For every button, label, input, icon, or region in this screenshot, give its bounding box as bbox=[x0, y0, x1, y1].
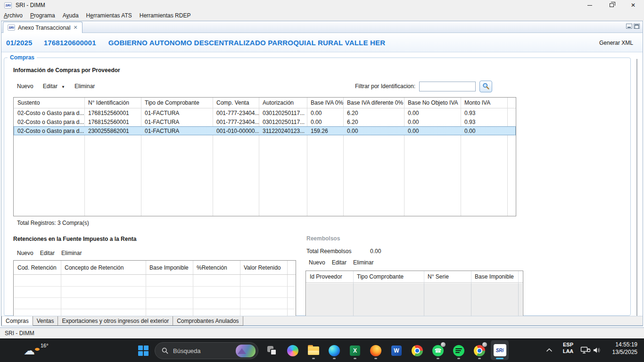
network-icon bbox=[580, 346, 591, 354]
minimize-icon bbox=[587, 5, 592, 6]
ruc-label: 1768120600001 bbox=[44, 39, 96, 47]
col-identificacion[interactable]: N° Identificación bbox=[84, 99, 141, 106]
col-monto-iva[interactable]: Monto IVA bbox=[461, 99, 507, 106]
filter-area: Filtrar por Identificacion: bbox=[355, 80, 492, 93]
tab-compras[interactable]: Compras bbox=[1, 316, 33, 326]
retenciones-nuevo-button[interactable]: Nuevo bbox=[17, 250, 33, 256]
reembolsos-title: Reembolsos bbox=[306, 235, 340, 242]
file-explorer-button[interactable] bbox=[304, 341, 323, 360]
start-button[interactable] bbox=[138, 346, 149, 356]
sun-icon bbox=[35, 348, 40, 351]
retenciones-eliminar-button[interactable]: Eliminar bbox=[61, 250, 82, 256]
word-icon bbox=[391, 346, 402, 356]
status-text: SRI - DIMM bbox=[5, 330, 34, 337]
copilot-button[interactable] bbox=[283, 341, 302, 360]
search-placeholder: Búsqueda bbox=[173, 347, 231, 354]
retenciones-editar-button[interactable]: Editar bbox=[40, 250, 55, 256]
table-row-selected[interactable]: 02-Costo o Gasto para d...2300255862001 … bbox=[14, 126, 516, 135]
tab-close-icon[interactable]: ✕ bbox=[73, 25, 77, 30]
vertical-scrollbar[interactable] bbox=[636, 59, 637, 316]
running-indicator bbox=[478, 358, 481, 359]
col-base-imponible-r[interactable]: Base Imponible bbox=[471, 273, 518, 280]
col-base-no-objeto[interactable]: Base No Objeto IVA bbox=[404, 99, 461, 106]
menu-herramientas-rdep[interactable]: Herramientas RDEP bbox=[136, 12, 195, 19]
restore-button[interactable] bbox=[601, 0, 622, 10]
tab-comprobantes-anulados[interactable]: Comprobantes Anulados bbox=[173, 316, 243, 326]
view-minimize-button[interactable] bbox=[626, 24, 632, 29]
col-concepto[interactable]: Concepto de Retención bbox=[61, 264, 146, 271]
search-icon bbox=[162, 347, 168, 354]
tab-exportaciones[interactable]: Exportaciones y otros ingresos del exter… bbox=[58, 316, 173, 326]
lang-line2: LAA bbox=[559, 348, 577, 354]
chrome-profile-button[interactable] bbox=[470, 341, 489, 360]
excel-button[interactable] bbox=[346, 341, 364, 360]
compras-eliminar-button[interactable]: Eliminar bbox=[74, 83, 95, 90]
clock-tray[interactable]: 14:55:19 13/5/2025 bbox=[612, 341, 637, 356]
taskbar-search[interactable]: Búsqueda bbox=[155, 342, 258, 359]
generar-xml-button[interactable]: Generar XML bbox=[599, 33, 633, 52]
tray-chevron-button[interactable] bbox=[546, 347, 553, 354]
compras-table: Sustento N° Identificación Tipo de Compr… bbox=[13, 97, 516, 216]
filter-label: Filtrar por Identificacion: bbox=[355, 83, 415, 90]
close-button[interactable]: ✕ bbox=[622, 0, 644, 10]
compras-editar-button[interactable]: Editar▼ bbox=[43, 83, 65, 90]
firefox-button[interactable] bbox=[366, 341, 385, 360]
cloud-icon bbox=[24, 344, 35, 357]
col-tipo-comprobante-r[interactable]: Tipo Comprobante bbox=[353, 273, 424, 280]
table-row[interactable]: 02-Costo o Gasto para d...1768152560001 … bbox=[14, 117, 516, 126]
col-tipo-comprobante[interactable]: Tipo de Comprobante bbox=[141, 99, 213, 106]
col-sustento[interactable]: Sustento bbox=[14, 99, 84, 106]
compras-nuevo-button[interactable]: Nuevo bbox=[17, 83, 33, 90]
speaker-icon bbox=[593, 346, 602, 354]
task-view-button[interactable] bbox=[263, 341, 281, 360]
restore-icon bbox=[610, 3, 614, 7]
filter-search-button[interactable] bbox=[479, 81, 492, 92]
spotify-button[interactable] bbox=[449, 341, 468, 360]
tab-ventas[interactable]: Ventas bbox=[33, 316, 58, 326]
menu-archivo[interactable]: Archivo bbox=[4, 12, 26, 19]
col-cod-retencion[interactable]: Cod. Retención bbox=[14, 264, 61, 271]
filter-input[interactable] bbox=[419, 82, 476, 91]
menu-herramientas-ats[interactable]: Herramientas ATS bbox=[83, 12, 136, 19]
view-maximize-button[interactable] bbox=[634, 24, 640, 29]
reembolsos-editar-button[interactable]: Editar bbox=[332, 259, 347, 266]
col-comp-venta[interactable]: Comp. Venta bbox=[213, 99, 259, 106]
menu-programa[interactable]: Programa bbox=[26, 12, 59, 19]
col-base-iva-0[interactable]: Base IVA 0% bbox=[307, 99, 343, 106]
weather-widget[interactable]: 16° bbox=[21, 340, 58, 361]
sri-dimm-taskbar-button[interactable] bbox=[491, 340, 509, 360]
chevron-up-icon bbox=[546, 348, 553, 352]
chevron-down-icon[interactable]: ▼ bbox=[61, 85, 65, 89]
total-registros: Total Registros: 3 Compra(s) bbox=[17, 220, 89, 226]
tab-anexo-transaccional[interactable]: Anexo Transaccional ✕ bbox=[3, 22, 83, 33]
task-view-icon bbox=[266, 345, 278, 356]
running-indicator bbox=[354, 358, 356, 359]
whatsapp-button[interactable] bbox=[429, 341, 447, 360]
reembolsos-eliminar-button[interactable]: Eliminar bbox=[353, 259, 373, 266]
col-id-proveedor[interactable]: Id Proveedor bbox=[306, 273, 353, 280]
edge-button[interactable] bbox=[325, 341, 344, 360]
title-bar: SRI - DIMM ✕ bbox=[0, 0, 644, 10]
reembolsos-nuevo-button[interactable]: Nuevo bbox=[309, 259, 325, 266]
chrome-button[interactable] bbox=[408, 341, 427, 360]
col-base-imponible[interactable]: Base Imponible bbox=[146, 264, 193, 271]
col-base-iva-dif[interactable]: Base IVA diferente 0% bbox=[343, 99, 404, 106]
bottom-tab-bar: Compras Ventas Exportaciones y otros ing… bbox=[1, 316, 643, 326]
volume-tray-button[interactable] bbox=[593, 346, 602, 355]
language-indicator[interactable]: ESP LAA bbox=[559, 341, 577, 354]
col-autorizacion[interactable]: Autorización bbox=[259, 99, 307, 106]
window-title: SRI - DIMM bbox=[16, 2, 45, 8]
word-button[interactable] bbox=[387, 341, 406, 360]
col-valor-retenido[interactable]: Valor Retenido bbox=[240, 264, 287, 271]
col-pct-retencion[interactable]: %Retención bbox=[193, 264, 240, 271]
col-serie[interactable]: N° Serie bbox=[424, 273, 471, 280]
running-indicator bbox=[437, 358, 439, 359]
reembolsos-table: Id Proveedor Tipo Comprobante N° Serie B… bbox=[305, 271, 523, 316]
network-tray-button[interactable] bbox=[580, 346, 591, 356]
copilot-icon bbox=[287, 345, 298, 356]
table-row[interactable]: 02-Costo o Gasto para d...1768152560001 … bbox=[14, 108, 516, 117]
firefox-icon bbox=[370, 345, 381, 356]
minimize-button[interactable] bbox=[579, 0, 601, 10]
spotify-icon bbox=[453, 345, 464, 356]
menu-ayuda[interactable]: Ayuda bbox=[59, 12, 83, 19]
